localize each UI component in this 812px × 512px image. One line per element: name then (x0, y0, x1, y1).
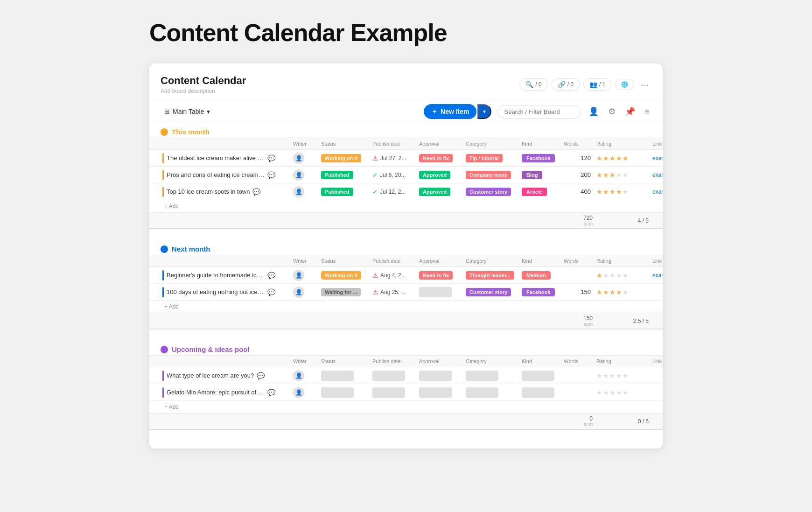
status-empty (321, 371, 354, 381)
kind-badge[interactable]: Blog (522, 171, 542, 179)
kind-badge[interactable]: Facebook (522, 154, 555, 162)
words-cell: 120 (562, 153, 595, 163)
rating-cell: ★★★★★ (595, 169, 651, 181)
approval-badge[interactable]: Need to fix (419, 271, 453, 280)
status-badge[interactable]: Working on it (321, 154, 361, 162)
status-cell: Waiting for ... (319, 286, 371, 298)
comment-icon[interactable]: 💬 (267, 389, 275, 396)
star-filled: ★ (596, 171, 602, 179)
status-badge[interactable]: Published (321, 188, 353, 196)
comment-icon[interactable]: 💬 (267, 272, 275, 279)
star-filled: ★ (596, 272, 602, 279)
col-header-9: Link to blog post (651, 138, 663, 149)
board-title: Content Calendar (161, 75, 246, 87)
status-badge[interactable]: Waiting for ... (321, 288, 361, 296)
words-summary: 150sum (562, 313, 595, 329)
star-empty: ★ (616, 372, 622, 379)
category-badge[interactable]: Customer story (466, 188, 511, 196)
blog-post-link[interactable]: example.com/d3 (652, 272, 663, 279)
writer-cell: 👤 (291, 268, 319, 283)
kind-badge[interactable]: Facebook (522, 288, 555, 296)
color-bar (162, 371, 164, 381)
blog-post-link[interactable]: example.com/d3 (652, 155, 663, 161)
status-badge[interactable]: Published (321, 171, 353, 179)
add-item-row[interactable]: + Add (149, 301, 663, 313)
writer-cell: 👤 (291, 385, 319, 400)
col-header-9: Link to blog post (651, 255, 663, 267)
date-text: Jul 27, 2... (380, 155, 406, 161)
add-item-row[interactable]: + Add (149, 401, 663, 413)
approval-badge[interactable]: Need to fix (419, 154, 453, 162)
col-header-3: Publish date (371, 138, 417, 149)
filter-btn[interactable]: ≡ (643, 105, 651, 119)
kind-cell (520, 386, 562, 400)
board-description: Add board description (161, 88, 246, 94)
kind-badge[interactable]: Medium (522, 271, 551, 280)
category-cell: Thought leader... (464, 269, 520, 281)
search-count-btn[interactable]: 🔍 / 0 (519, 78, 547, 91)
category-badge[interactable]: Customer story (466, 288, 511, 296)
board-controls: 🔍 / 0 🔗 / 0 👥 / 1 🌐 ··· (519, 77, 651, 92)
people-count-btn[interactable]: 👥 / 1 (583, 78, 611, 91)
table-row: 100 days of eating nothing but ice cream… (149, 284, 663, 301)
status-cell: Published (319, 169, 371, 181)
toolbar: ⊞ Main Table ▾ ＋ New Item ▾ 👤 ⚙ 📌 ≡ (149, 100, 663, 123)
approval-badge[interactable]: Approved (419, 171, 450, 179)
table-row: The oldest ice cream maker alive shares … (149, 150, 663, 167)
comment-icon[interactable]: 💬 (267, 288, 275, 296)
person-filter-btn[interactable]: 👤 (587, 105, 601, 119)
link-cell (651, 290, 663, 294)
col-header-5: Category (464, 356, 520, 367)
approval-badge[interactable]: Approved (419, 188, 450, 196)
words-summary: 0sum (562, 414, 595, 429)
search-input[interactable] (497, 105, 581, 119)
approval-empty (419, 371, 452, 381)
comment-icon[interactable]: 💬 (252, 188, 260, 196)
rating-cell: ★★★★★ (595, 153, 651, 164)
table-row: Pros and cons of eating ice cream in the… (149, 167, 663, 183)
people-icon: 👥 (589, 81, 597, 88)
category-empty (466, 371, 498, 381)
words-cell (562, 391, 595, 394)
star-empty: ★ (609, 372, 616, 379)
new-item-caret-btn[interactable]: ▾ (477, 104, 491, 119)
section-header-next-month: Next month (149, 240, 663, 255)
new-item-btn[interactable]: ＋ New Item (424, 104, 476, 119)
add-item-row[interactable]: + Add (149, 200, 663, 212)
rating-cell: ★★★★★ (595, 370, 651, 381)
new-item-label: New Item (441, 108, 469, 115)
date-status-icon: ✓ (372, 188, 378, 196)
category-badge[interactable]: Thought leader... (466, 271, 514, 280)
publish-date-cell: ⚠Jul 27, 2... (371, 153, 417, 164)
pin-btn[interactable]: 📌 (623, 105, 637, 119)
link-count-btn[interactable]: 🔗 / 0 (552, 78, 580, 91)
status-empty (321, 387, 354, 398)
color-bar (162, 170, 164, 180)
blog-post-link[interactable]: example.com/d2 (652, 189, 663, 195)
avatar: 👤 (293, 153, 304, 164)
share-btn[interactable]: 🌐 (615, 79, 634, 90)
status-badge[interactable]: Working on it (321, 271, 361, 280)
link-cell: example.com/d2 (651, 187, 663, 197)
star-empty: ★ (616, 171, 622, 179)
star-empty: ★ (603, 272, 609, 279)
category-badge[interactable]: Company news (466, 171, 511, 179)
comment-icon[interactable]: 💬 (267, 171, 275, 179)
more-options-btn[interactable]: ··· (638, 77, 651, 92)
star-filled: ★ (616, 188, 622, 196)
rating-cell: ★★★★★ (595, 287, 651, 298)
settings-btn[interactable]: ⚙ (606, 105, 617, 119)
comment-icon[interactable]: 💬 (257, 372, 265, 379)
publish-date-cell: ⚠Aug 4, 2... (371, 270, 417, 281)
comment-icon[interactable]: 💬 (267, 154, 275, 162)
link-cell: example.com (651, 170, 663, 180)
col-header-4: Approval (417, 255, 464, 267)
section-dot-next-month (161, 245, 168, 253)
category-badge[interactable]: Tip / tutorial (466, 154, 503, 162)
kind-badge[interactable]: Article (522, 188, 547, 196)
blog-post-link[interactable]: example.com (652, 172, 663, 178)
words-cell: 400 (562, 186, 595, 197)
view-selector-btn[interactable]: ⊞ Main Table ▾ (161, 106, 214, 117)
star-filled: ★ (609, 288, 616, 296)
color-bar (162, 287, 164, 297)
